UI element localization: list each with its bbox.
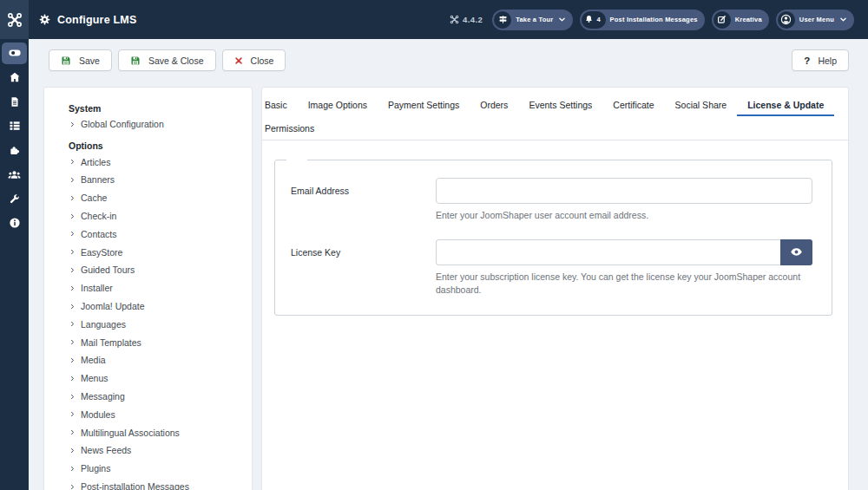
chevron-right-icon	[69, 410, 76, 418]
tab-image-options[interactable]: Image Options	[308, 93, 367, 116]
chevron-right-icon	[69, 320, 76, 328]
user-menu-button[interactable]: User Menu	[776, 10, 854, 30]
chevron-right-icon	[69, 356, 76, 364]
save-icon	[61, 56, 71, 66]
save-close-button[interactable]: Save & Close	[118, 49, 216, 71]
eye-toggle-button[interactable]	[780, 239, 812, 265]
nav-item-label: Cache	[81, 193, 107, 203]
sidebar-puzzle-button[interactable]	[0, 138, 29, 162]
chevron-right-icon	[69, 465, 76, 473]
question-icon: ?	[804, 56, 810, 66]
nav-item-label: Joomla! Update	[81, 301, 145, 311]
close-button[interactable]: Close	[222, 49, 286, 71]
home-icon	[9, 71, 21, 83]
nav-item-label: Banners	[81, 174, 115, 185]
sidebar-wrench-button[interactable]	[0, 186, 29, 211]
field-label: License Key	[291, 239, 436, 297]
field-row-email-address: Email Address Enter your JoomShaper user…	[291, 178, 812, 223]
file-icon	[10, 96, 20, 108]
nav-item-post-installation-messages[interactable]: Post-installation Messages	[69, 478, 243, 490]
license-key-input[interactable]	[436, 239, 780, 265]
field-help-text: Enter your subscription license key. You…	[436, 271, 812, 297]
nav-item-label: Post-installation Messages	[81, 481, 189, 490]
nav-item-installer[interactable]: Installer	[69, 279, 243, 297]
nav-item-messaging[interactable]: Messaging	[69, 388, 243, 406]
tab-payment-settings[interactable]: Payment Settings	[388, 93, 459, 116]
sidebar-info-button[interactable]	[0, 211, 29, 235]
nav-item-label: Media	[81, 355, 106, 365]
nav-item-global-configuration[interactable]: Global Configuration	[69, 115, 243, 134]
app-header: Configure LMS 4.4.2 Take a Tour 4 Post I…	[0, 0, 868, 39]
nav-item-label: Modules	[81, 409, 115, 420]
page-title: Configure LMS	[57, 14, 136, 26]
nav-item-guided-tours[interactable]: Guided Tours	[69, 261, 243, 279]
chevron-right-icon	[69, 158, 76, 166]
help-button[interactable]: ? Help	[792, 49, 849, 71]
sidebar-list-button[interactable]	[0, 114, 29, 138]
version-label: 4.4.2	[450, 15, 483, 24]
chevron-right-icon	[69, 428, 76, 436]
chevron-right-icon	[69, 194, 76, 202]
sidebar	[0, 39, 29, 490]
nav-item-menus[interactable]: Menus	[69, 369, 243, 388]
wrench-icon	[9, 193, 20, 205]
nav-item-label: Guided Tours	[81, 265, 135, 275]
post-installation-messages-button[interactable]: 4 Post Installation Messages	[580, 10, 704, 30]
nav-item-news-feeds[interactable]: News Feeds	[69, 441, 243, 460]
nav-item-contacts[interactable]: Contacts	[69, 225, 243, 243]
nav-item-label: Contacts	[81, 229, 116, 239]
email-address-input[interactable]	[436, 178, 812, 204]
nav-item-cache[interactable]: Cache	[69, 189, 243, 207]
nav-item-label: Plugins	[81, 463, 110, 474]
nav-item-multilingual-associations[interactable]: Multilingual Associations	[69, 423, 243, 441]
sidebar-home-button[interactable]	[0, 65, 29, 89]
save-button[interactable]: Save	[49, 49, 112, 71]
tab-license-update[interactable]: License & Update	[747, 93, 824, 116]
chevron-right-icon	[69, 230, 76, 238]
tab-social-share[interactable]: Social Share	[675, 93, 727, 116]
nav-item-banners[interactable]: Banners	[69, 171, 243, 189]
external-link-icon	[713, 11, 731, 29]
license-fieldset: Email Address Enter your JoomShaper user…	[274, 160, 832, 316]
chevron-right-icon	[69, 266, 76, 274]
page-title-wrap: Configure LMS	[38, 13, 136, 26]
users-icon	[8, 168, 21, 181]
nav-item-media[interactable]: Media	[69, 351, 243, 369]
nav-item-easystore[interactable]: EasyStore	[69, 243, 243, 261]
nav-item-mail-templates[interactable]: Mail Templates	[69, 333, 243, 351]
header-actions: 4.4.2 Take a Tour 4 Post Installation Me…	[450, 10, 868, 30]
nav-item-plugins[interactable]: Plugins	[69, 460, 243, 478]
sidebar-file-button[interactable]	[0, 89, 29, 114]
chevron-down-icon	[839, 16, 847, 23]
chevron-right-icon	[69, 176, 76, 184]
content-area: SystemGlobal ConfigurationOptionsArticle…	[29, 87, 868, 490]
chevron-right-icon	[69, 447, 76, 454]
nav-item-label: Menus	[81, 373, 108, 383]
sidebar-users-button[interactable]	[0, 162, 29, 186]
sidebar-toggle-eye-button[interactable]	[2, 42, 27, 64]
nav-group-label: System	[69, 101, 243, 115]
chevron-right-icon	[69, 248, 76, 256]
joomla-logo[interactable]	[0, 0, 29, 39]
puzzle-icon	[9, 144, 21, 156]
nav-item-check-in[interactable]: Check-in	[69, 207, 243, 225]
tab-certificate[interactable]: Certificate	[613, 93, 654, 116]
chevron-right-icon	[69, 375, 76, 382]
nav-item-joomla-update[interactable]: Joomla! Update	[69, 297, 243, 316]
tab-permissions[interactable]: Permissions	[265, 116, 314, 140]
take-a-tour-button[interactable]: Take a Tour	[492, 10, 573, 30]
chevron-right-icon	[69, 284, 76, 292]
site-preview-button[interactable]: Kreativa	[712, 10, 769, 30]
version-number: 4.4.2	[463, 15, 483, 24]
close-icon	[234, 56, 243, 65]
nav-item-label: Languages	[81, 319, 126, 330]
tab-events-settings[interactable]: Events Settings	[529, 93, 592, 116]
messages-count: 4	[596, 16, 600, 23]
tab-basic[interactable]: Basic	[265, 93, 287, 116]
tab-content: Email Address Enter your JoomShaper user…	[262, 140, 848, 316]
joomla-version-icon	[450, 15, 459, 24]
nav-item-languages[interactable]: Languages	[69, 315, 243, 333]
nav-item-modules[interactable]: Modules	[69, 405, 243, 423]
tab-orders[interactable]: Orders	[480, 93, 508, 116]
nav-item-articles[interactable]: Articles	[69, 153, 243, 171]
